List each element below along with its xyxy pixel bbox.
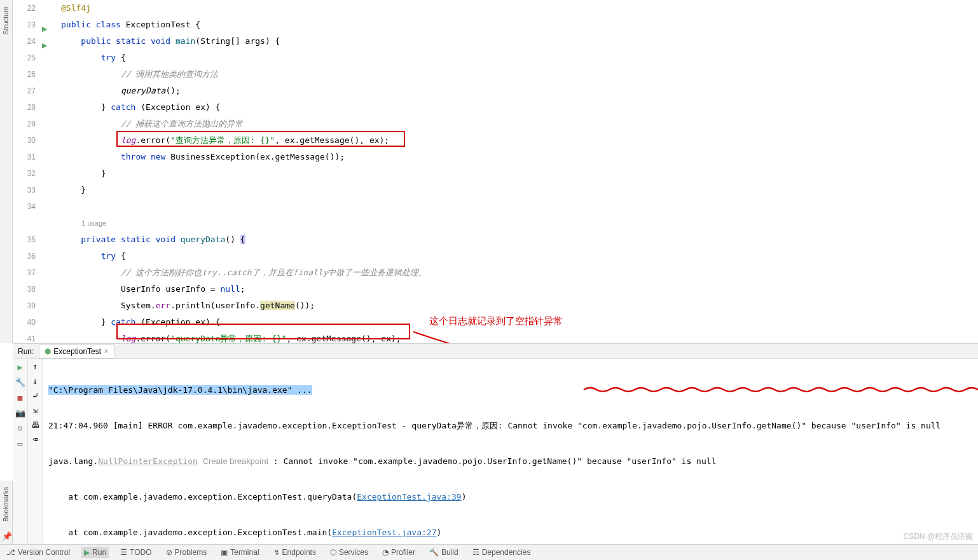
dependencies-button[interactable]: ☶Dependencies <box>470 547 534 558</box>
rerun-icon[interactable]: ▶ <box>15 362 25 372</box>
clear-icon[interactable]: ⌫ <box>33 435 38 444</box>
endpoints-icon: ↯ <box>273 548 280 557</box>
run-toolbar-right: ↑ ↓ ⤶ ⇲ 🖶 ⌫ <box>28 359 43 544</box>
profiler-icon: ◔ <box>382 548 389 557</box>
run-panel-header: Run: ⬢ ExceptionTest ✕ <box>13 343 978 359</box>
exit-icon[interactable]: ⎋ <box>15 423 25 433</box>
layout-icon[interactable]: ▭ <box>15 438 25 448</box>
close-icon[interactable]: ✕ <box>104 348 109 355</box>
services-button[interactable]: ⬡Services <box>327 547 371 558</box>
annotation-text: 这个日志就记录到了空指针异常 <box>429 315 563 327</box>
camera-icon[interactable]: 📷 <box>15 407 25 418</box>
code-area[interactable]: @Slf4jpublic class ExceptionTest { publi… <box>50 0 978 343</box>
todo-button[interactable]: ☰TODO <box>118 547 154 558</box>
build-button[interactable]: 🔨Build <box>427 547 461 558</box>
create-breakpoint[interactable]: Create breakpoint <box>203 456 268 466</box>
build-icon: 🔨 <box>429 548 439 557</box>
run-tab[interactable]: ⬢ ExceptionTest ✕ <box>39 345 114 359</box>
bottom-toolbar: ⎇Version Control ▶Run ☰TODO ⊘Problems ▣T… <box>0 544 978 560</box>
print-icon[interactable]: 🖶 <box>31 420 39 430</box>
terminal-button[interactable]: ▣Terminal <box>218 547 261 558</box>
run-label: Run: <box>18 347 34 356</box>
source-link[interactable]: ExceptionTest.java:27 <box>332 528 436 537</box>
stop-icon[interactable]: ■ <box>15 392 25 402</box>
endpoints-button[interactable]: ↯Endpoints <box>271 547 319 558</box>
todo-icon: ☰ <box>120 548 127 557</box>
services-icon: ⬡ <box>330 548 336 557</box>
console-line: at com.example.javademo.exception.Except… <box>48 489 973 505</box>
line-number-gutter[interactable]: 2223▶24▶25262728293031323334353637383940… <box>13 0 50 343</box>
watermark: CSDN @程序员济癫 <box>903 531 973 542</box>
highlight-box-2 <box>116 324 410 339</box>
down-icon[interactable]: ↓ <box>33 376 38 386</box>
deps-icon: ☶ <box>472 548 479 557</box>
exception-link[interactable]: NullPointerException <box>98 456 198 466</box>
pin-icon: 📌 <box>2 531 12 541</box>
red-wavy-underline <box>43 383 978 396</box>
wrap-icon[interactable]: ⤶ <box>32 391 39 400</box>
source-link[interactable]: ExceptionTest.java:39 <box>357 492 461 502</box>
up-icon[interactable]: ↑ <box>33 362 38 371</box>
structure-tool-rail[interactable]: Structure <box>0 0 13 343</box>
terminal-icon: ▣ <box>221 548 228 557</box>
version-control-button[interactable]: ⎇Version Control <box>4 547 72 558</box>
profiler-button[interactable]: ◔Profiler <box>380 547 418 558</box>
run-panel: ▶ 🔧 ■ 📷 ⎋ ▭ ↑ ↓ ⤶ ⇲ 🖶 ⌫ "C:\Program File… <box>13 359 978 544</box>
run-icon: ▶ <box>84 548 90 557</box>
branch-icon: ⎇ <box>6 548 15 557</box>
run-toolbar-left: ▶ 🔧 ■ 📷 ⎋ ▭ <box>13 359 28 544</box>
console-line: at com.example.javademo.exception.Except… <box>48 524 973 541</box>
run-tab-label: ExceptionTest <box>53 347 101 356</box>
scroll-icon[interactable]: ⇲ <box>33 406 38 415</box>
problems-icon: ⊘ <box>166 548 172 557</box>
bookmarks-tool-rail[interactable]: Bookmarks 📌 <box>0 481 13 544</box>
console-line: java.lang.NullPointerException Create br… <box>48 453 973 470</box>
console-line: 21:47:04.960 [main] ERROR com.example.ja… <box>48 418 973 434</box>
wrench-icon[interactable]: 🔧 <box>15 377 25 387</box>
structure-label: Structure <box>2 6 10 35</box>
problems-button[interactable]: ⊘Problems <box>163 547 210 558</box>
run-button[interactable]: ▶Run <box>81 547 109 558</box>
bookmarks-label: Bookmarks <box>2 487 10 522</box>
highlight-box-1 <box>116 131 405 147</box>
run-tab-icon: ⬢ <box>45 347 51 356</box>
code-editor[interactable]: 2223▶24▶25262728293031323334353637383940… <box>13 0 978 343</box>
